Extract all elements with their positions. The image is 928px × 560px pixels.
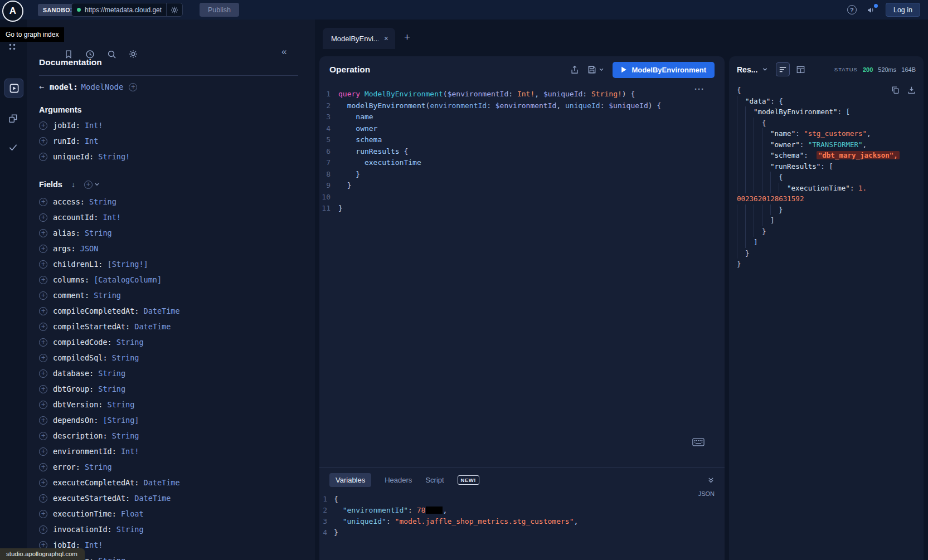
- field-type-link[interactable]: String!: [94, 152, 130, 161]
- field-type-link[interactable]: DateTime: [139, 478, 179, 487]
- announcements-icon[interactable]: [866, 6, 876, 14]
- sort-fields-icon[interactable]: ↓: [71, 180, 75, 189]
- field-type-link[interactable]: Int!: [116, 447, 139, 456]
- copy-response-icon[interactable]: [891, 86, 900, 94]
- add-to-operation-icon[interactable]: +: [39, 354, 47, 362]
- add-to-operation-icon[interactable]: +: [39, 416, 47, 425]
- add-to-operation-icon[interactable]: +: [39, 153, 47, 161]
- field-type-link[interactable]: String: [80, 462, 112, 471]
- add-to-operation-icon[interactable]: +: [39, 260, 47, 269]
- login-button[interactable]: Log in: [886, 3, 920, 17]
- field-type-link[interactable]: String: [94, 384, 125, 393]
- tab-variables[interactable]: Variables: [329, 473, 371, 487]
- code-line[interactable]: 4}: [319, 527, 725, 538]
- add-to-operation-icon[interactable]: +: [39, 479, 47, 487]
- code-line[interactable]: 2 modelByEnvironment(environmentId: $env…: [319, 100, 725, 112]
- type-name-link[interactable]: ModelNode: [81, 82, 124, 91]
- field-type-link[interactable]: String: [108, 431, 139, 440]
- add-to-operation-icon[interactable]: +: [39, 198, 47, 206]
- add-to-operation-icon[interactable]: +: [39, 463, 47, 471]
- add-to-operation-icon[interactable]: +: [39, 447, 47, 456]
- formatted-view-icon[interactable]: [776, 62, 790, 76]
- tab-script[interactable]: Script: [425, 476, 444, 484]
- help-icon[interactable]: ?: [847, 5, 857, 14]
- add-to-operation-icon[interactable]: +: [39, 369, 47, 378]
- add-to-operation-icon[interactable]: +: [39, 525, 47, 534]
- search-icon[interactable]: [107, 50, 116, 59]
- code-line[interactable]: 2 "environmentId": 78,: [319, 505, 725, 516]
- share-icon[interactable]: [570, 65, 579, 75]
- add-to-operation-icon[interactable]: +: [39, 229, 47, 237]
- add-to-operation-icon[interactable]: +: [39, 432, 47, 440]
- add-to-operation-icon[interactable]: +: [39, 385, 47, 393]
- code-line[interactable]: 3 "uniqueId": "model.jaffle_shop_metrics…: [319, 516, 725, 527]
- add-to-operation-icon[interactable]: +: [39, 510, 47, 518]
- field-type-link[interactable]: Int!: [98, 213, 121, 222]
- operation-tab[interactable]: ModelByEnvi... ×: [323, 28, 395, 49]
- run-operation-button[interactable]: ModelByEnvironment: [613, 62, 715, 78]
- table-view-icon[interactable]: [796, 66, 805, 74]
- code-line[interactable]: 11}: [319, 203, 725, 215]
- save-chevron-icon[interactable]: [599, 67, 604, 72]
- download-response-icon[interactable]: [907, 86, 916, 94]
- field-type-link[interactable]: [String]: [98, 416, 139, 425]
- field-type-link[interactable]: String: [89, 291, 121, 300]
- add-to-operation-icon[interactable]: +: [39, 121, 47, 130]
- operation-menu-icon[interactable]: ···: [694, 84, 704, 94]
- add-to-operation-icon[interactable]: +: [39, 276, 47, 284]
- collapse-variables-icon[interactable]: [707, 476, 715, 484]
- field-type-link[interactable]: String: [112, 525, 144, 534]
- field-type-link[interactable]: [String!]: [103, 260, 148, 269]
- new-tab-button[interactable]: +: [404, 31, 410, 43]
- close-tab-icon[interactable]: ×: [384, 34, 388, 43]
- field-type-link[interactable]: String: [108, 353, 139, 362]
- endpoint-url-field[interactable]: https://metadata.cloud.get: [71, 3, 183, 17]
- add-to-operation-icon[interactable]: +: [39, 401, 47, 409]
- add-to-operation-icon[interactable]: +: [39, 137, 47, 145]
- settings-gear-icon[interactable]: [129, 50, 138, 59]
- graph-index-icon[interactable]: [8, 42, 17, 51]
- operation-editor[interactable]: 1query ModelByEnvironment($environmentId…: [319, 83, 725, 467]
- field-type-link[interactable]: String: [94, 556, 125, 560]
- field-type-link[interactable]: String: [85, 197, 116, 206]
- keyboard-shortcuts-icon[interactable]: [692, 438, 704, 446]
- field-type-link[interactable]: DateTime: [130, 322, 171, 331]
- collapse-docs-icon[interactable]: «: [281, 46, 286, 57]
- add-to-operation-icon[interactable]: +: [39, 323, 47, 331]
- add-fields-chevron-icon[interactable]: [94, 182, 100, 187]
- code-line[interactable]: 1query ModelByEnvironment($environmentId…: [319, 89, 725, 100]
- field-type-link[interactable]: String: [80, 228, 112, 237]
- add-to-operation-icon[interactable]: +: [39, 338, 47, 347]
- field-type-link[interactable]: Float: [116, 509, 144, 518]
- code-line[interactable]: 4 owner: [319, 123, 725, 135]
- field-type-link[interactable]: JSON: [76, 244, 99, 253]
- field-type-link[interactable]: Int: [80, 137, 99, 145]
- add-all-fields-icon[interactable]: +: [84, 181, 93, 189]
- back-arrow-icon[interactable]: ←: [39, 82, 44, 92]
- add-to-operation-icon[interactable]: +: [39, 494, 47, 503]
- add-type-icon[interactable]: +: [129, 83, 137, 91]
- variables-editor[interactable]: 1{2 "environmentId": 78,3 "uniqueId": "m…: [319, 494, 725, 538]
- code-line[interactable]: 5 schema: [319, 134, 725, 146]
- code-line[interactable]: 1{: [319, 494, 725, 505]
- field-type-link[interactable]: String: [94, 369, 125, 378]
- code-line[interactable]: 6 runResults {: [319, 146, 725, 158]
- connection-settings-icon[interactable]: [166, 3, 182, 16]
- code-line[interactable]: 9 }: [319, 180, 725, 192]
- code-line[interactable]: 8 }: [319, 169, 725, 181]
- field-type-link[interactable]: DateTime: [130, 494, 171, 503]
- checklist-nav-icon[interactable]: [8, 142, 18, 153]
- apollo-logo[interactable]: A: [2, 1, 23, 22]
- code-line[interactable]: 3 name: [319, 111, 725, 123]
- field-type-link[interactable]: [CatalogColumn]: [89, 275, 162, 284]
- field-type-link[interactable]: Int!: [80, 540, 103, 549]
- tab-headers[interactable]: Headers: [385, 476, 412, 484]
- schema-nav-icon[interactable]: [8, 113, 18, 124]
- explorer-nav-icon[interactable]: [4, 79, 23, 98]
- code-line[interactable]: 10: [319, 192, 725, 203]
- field-type-link[interactable]: String: [112, 338, 144, 347]
- add-to-operation-icon[interactable]: +: [39, 307, 47, 315]
- response-chevron-icon[interactable]: [762, 66, 768, 72]
- field-type-link[interactable]: String: [103, 400, 134, 409]
- add-to-operation-icon[interactable]: +: [39, 291, 47, 300]
